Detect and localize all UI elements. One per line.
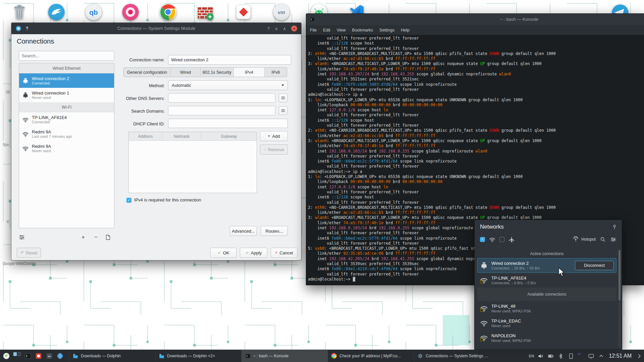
- wifi-enabled-checkbox[interactable]: ✓: [480, 237, 485, 242]
- desktop-icon-chrome[interactable]: [159, 3, 177, 21]
- menu-bookmarks[interactable]: Bookmarks: [352, 28, 373, 33]
- caret-up-icon[interactable]: [598, 353, 604, 359]
- network-item[interactable]: Wired connection 2Connected, ↓ 26 B/s, ↑…: [477, 258, 616, 273]
- volume-icon[interactable]: [538, 353, 544, 359]
- desktop-icon-qbittorrent[interactable]: qb: [84, 3, 103, 21]
- task-button[interactable]: Check your IP address | MyIP.co...: [328, 350, 414, 362]
- wifi-icon: [489, 236, 495, 243]
- scrollbar-handle[interactable]: [619, 250, 621, 300]
- tab-bar: General configurationWired802.1x Securit…: [123, 67, 287, 77]
- connections-list: Wired EthernetWired connection 2Connecte…: [19, 63, 114, 228]
- clock[interactable]: 12:51 AM: [609, 353, 632, 359]
- tab-wired[interactable]: Wired: [171, 68, 201, 77]
- tab-802-1x-security[interactable]: 802.1x Security: [201, 68, 234, 77]
- ipv4-required-checkbox[interactable]: ✓: [126, 198, 131, 203]
- network-item[interactable]: aloha2: [477, 345, 616, 350]
- connection-name-input[interactable]: [168, 55, 291, 65]
- tab-ipv4[interactable]: IPv4: [234, 68, 265, 77]
- close-button[interactable]: ×: [291, 25, 297, 32]
- connection-list-item[interactable]: Redmi 9ANever used: [19, 141, 114, 156]
- desktop-icon-pink-app[interactable]: [121, 3, 140, 21]
- app-launcher-icon[interactable]: [3, 352, 10, 360]
- search-input[interactable]: [19, 51, 114, 61]
- network-subtitle: Never used, WPA2-PSK: [491, 339, 531, 343]
- scrollbar[interactable]: [619, 250, 621, 347]
- connection-list-item[interactable]: Wired connection 1Never used: [19, 88, 114, 102]
- advanced-button[interactable]: Advanced...: [230, 226, 257, 236]
- help-button[interactable]: ?: [267, 26, 270, 31]
- display-icon[interactable]: [588, 353, 594, 359]
- desktop-icon-trash[interactable]: [10, 3, 29, 21]
- virtual-desktop-pager-icon[interactable]: [13, 352, 21, 360]
- remove-address-button[interactable]: −Remove: [260, 144, 288, 155]
- disconnect-button[interactable]: Disconnect: [575, 261, 614, 270]
- column-header-address[interactable]: Address: [129, 132, 162, 140]
- files-app-icon[interactable]: [46, 352, 53, 360]
- tab-ipv6[interactable]: IPv6: [265, 68, 287, 77]
- task-button[interactable]: Downloads — Dolphin <2>: [155, 350, 241, 362]
- konsole-icon[interactable]: [24, 352, 32, 360]
- desktop-icon-vmware[interactable]: vm: [272, 3, 291, 21]
- search-icon[interactable]: [600, 236, 606, 243]
- menu-file[interactable]: File: [310, 28, 317, 33]
- network-text: NAPOLEONNever used, WPA2-PSK: [491, 333, 531, 343]
- maximize-button[interactable]: ∧: [283, 26, 286, 31]
- add-address-button[interactable]: +Add: [260, 131, 288, 141]
- red-app-icon[interactable]: [35, 352, 42, 360]
- tablet-icon[interactable]: [568, 353, 574, 359]
- ethernet-icon: [22, 77, 29, 84]
- konsole-titlebar[interactable]: ~ : bash — Konsole: [306, 14, 644, 25]
- configure-icon[interactable]: [19, 234, 25, 240]
- dhcp-client-id-input[interactable]: [168, 119, 288, 128]
- export-icon[interactable]: [105, 234, 111, 240]
- connection-list-item[interactable]: Redmi 9ALast used 7 minutes ago: [19, 127, 114, 141]
- ok-button[interactable]: ✓OK: [210, 248, 236, 258]
- connection-list-item[interactable]: TP-LINK_AF81E4Connected: [19, 112, 114, 127]
- network-text: TP-Link_EDACNever used: [491, 318, 521, 328]
- add-connection-button[interactable]: +: [80, 234, 86, 240]
- connection-list-item[interactable]: Wired connection 2Connected: [19, 73, 114, 88]
- task-button[interactable]: ~ : bash — Konsole: [241, 350, 328, 362]
- chevron-down-icon: [281, 84, 284, 86]
- column-header-netmask[interactable]: Netmask: [162, 132, 201, 140]
- desktop-icon-blue-bird-app[interactable]: [47, 3, 66, 21]
- dns-edit-button[interactable]: [279, 94, 287, 102]
- remove-connection-button[interactable]: −: [93, 234, 99, 240]
- menu-edit[interactable]: Edit: [323, 28, 330, 33]
- routes-button[interactable]: Routes...: [261, 226, 288, 236]
- keyboard-layout-indicator[interactable]: EN: [529, 354, 534, 358]
- column-header-gateway[interactable]: Gateway: [201, 132, 257, 140]
- apply-button[interactable]: ✓Apply: [240, 248, 267, 258]
- tab-general-configuration[interactable]: General configuration: [124, 68, 171, 77]
- networks-toolbar: ✓ Hotspot: [480, 235, 616, 243]
- task-button[interactable]: Connections — System Settings ...: [414, 350, 500, 362]
- hotspot-button[interactable]: Hotspot: [581, 237, 596, 242]
- panel-expand-icon[interactable]: [636, 353, 642, 359]
- network-item[interactable]: TP-LINK_AF81E4Connected, ↓ 0 B/s, ↑ 0 B/…: [477, 273, 616, 288]
- reset-button[interactable]: ↶Reset: [17, 248, 41, 258]
- menu-help[interactable]: Help: [401, 28, 410, 33]
- sliders-icon[interactable]: [610, 236, 616, 243]
- network-item[interactable]: TP-LINK_49Never used, WPA2-PSK: [477, 301, 616, 316]
- desktop-icon-red-diamond-app[interactable]: [234, 3, 253, 21]
- menu-view[interactable]: View: [337, 28, 346, 33]
- pin-popup-icon[interactable]: [612, 224, 617, 230]
- network-item[interactable]: TP-Link_EDACNever used: [477, 316, 616, 330]
- menu-settings[interactable]: Settings: [379, 28, 394, 33]
- us-flag-icon[interactable]: [578, 353, 584, 359]
- task-button[interactable]: Downloads — Dolphin: [69, 350, 155, 362]
- method-dropdown[interactable]: Automatic: [168, 80, 288, 90]
- browser-icon[interactable]: [56, 352, 64, 360]
- minimize-button[interactable]: ∨: [275, 26, 278, 31]
- search-domains-edit-button[interactable]: [279, 106, 287, 115]
- search-domains-input[interactable]: [168, 106, 275, 115]
- settings-titlebar[interactable]: Connections — System Settings Module ? ∨…: [11, 23, 301, 34]
- battery-icon[interactable]: [548, 353, 554, 359]
- desktop-icon-label-webcatalog[interactable]: Google WebCatalog: [3, 261, 36, 265]
- cancel-button[interactable]: ×Cancel: [271, 248, 298, 258]
- dns-input[interactable]: [168, 93, 275, 103]
- network-item[interactable]: NAPOLEONNever used, WPA2-PSK: [477, 330, 616, 345]
- airplane-mode-checkbox[interactable]: [499, 237, 504, 242]
- bluetooth-icon[interactable]: [558, 353, 564, 359]
- desktop-icon-firewall[interactable]: [196, 3, 215, 21]
